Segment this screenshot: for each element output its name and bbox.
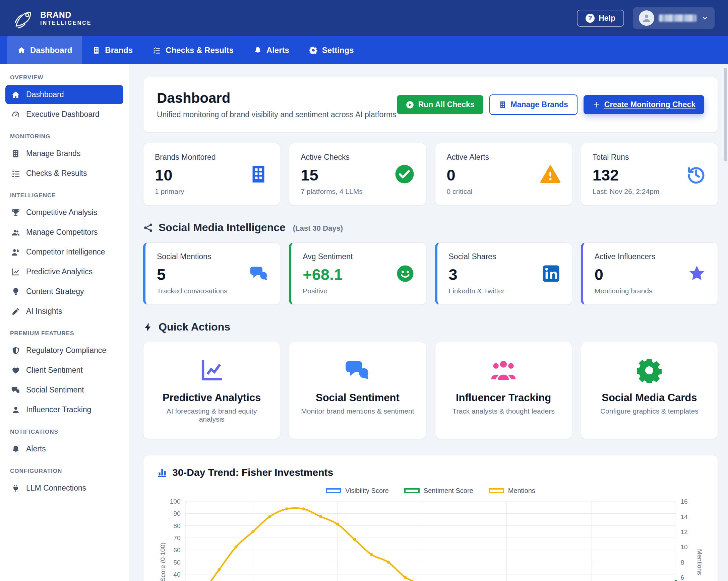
user-menu[interactable] — [633, 7, 714, 29]
sidebar-item-label: Competitive Analysis — [26, 208, 97, 217]
nav-item-settings[interactable]: Settings — [299, 36, 364, 64]
legend-swatch — [489, 488, 504, 493]
stat-label: Total Runs — [593, 153, 660, 162]
sidebar-item-competitor-intelligence[interactable]: Competitor Intelligence — [5, 243, 123, 261]
quick-action-influencer-tracking[interactable]: Influencer Tracking Track analysts & tho… — [435, 342, 572, 439]
sidebar-item-checks-results[interactable]: Checks & Results — [5, 164, 123, 183]
nav-item-alerts[interactable]: Alerts — [244, 36, 299, 64]
sidebar-item-social-sentiment[interactable]: Social Sentiment — [5, 380, 123, 399]
checklist-icon — [11, 169, 20, 178]
sidebar-section-intelligence: INTELLIGENCE Competitive Analysis Manage… — [5, 192, 123, 321]
svg-text:6: 6 — [680, 574, 684, 581]
quick-action-social-sentiment[interactable]: Social Sentiment Monitor brand mentions … — [289, 342, 426, 439]
run-all-checks-button[interactable]: Run All Checks — [397, 95, 483, 114]
building-icon — [249, 164, 268, 184]
quick-actions-title: Quick Actions — [159, 321, 230, 333]
check-circle-icon — [394, 164, 415, 184]
sidebar-item-predictive-analytics[interactable]: Predictive Analytics — [5, 262, 123, 281]
stat-label: Brands Monitored — [155, 153, 216, 162]
social-card-sub: Tracked conversations — [157, 287, 227, 295]
person-icon — [11, 406, 20, 414]
sidebar-item-label: Manage Brands — [26, 149, 80, 158]
social-card-text: Active Influencers 0 Mentioning brands — [595, 252, 656, 295]
quick-action-title: Predictive Analytics — [162, 392, 261, 404]
nav-item-dashboard[interactable]: Dashboard — [7, 36, 82, 64]
brand-name-line1: BRAND — [40, 11, 92, 19]
sidebar-item-executive-dashboard[interactable]: Executive Dashboard — [5, 105, 123, 124]
gauge-icon — [11, 110, 20, 119]
legend-label: Mentions — [508, 487, 535, 495]
create-monitoring-check-button[interactable]: Create Monitoring Check — [583, 95, 704, 114]
sidebar-item-competitive-analysis[interactable]: Competitive Analysis — [5, 203, 123, 222]
brand-logo[interactable]: BRAND INTELLIGENCE — [14, 7, 92, 29]
social-card-value: 5 — [157, 265, 227, 284]
legend-item-visibility-score[interactable]: Visibility Score — [326, 487, 389, 495]
sidebar-item-client-sentiment[interactable]: Client Sentiment — [5, 361, 123, 380]
social-card-label: Active Influencers — [595, 252, 656, 261]
scrollbar-thumb[interactable] — [724, 67, 727, 161]
social-card-active-influencers: Active Influencers 0 Mentioning brands — [581, 243, 718, 305]
sidebar-item-llm-connections[interactable]: LLM Connections — [5, 478, 123, 498]
bar-chart-icon — [157, 467, 167, 478]
quick-action-desc: Monitor brand mentions & sentiment — [301, 407, 414, 415]
sidebar-section-premium-features: PREMIUM FEATURES Regulatory Compliance C… — [5, 330, 123, 419]
svg-text:10: 10 — [680, 544, 687, 551]
bolt-icon — [143, 322, 153, 332]
sidebar-item-manage-competitors[interactable]: Manage Competitors — [5, 223, 123, 242]
manage-brands-button[interactable]: Manage Brands — [489, 94, 577, 115]
main-nav: Dashboard Brands Checks & Results Alerts… — [0, 36, 728, 64]
pen-icon — [11, 307, 20, 316]
chat-icon — [250, 264, 268, 283]
quick-action-predictive-analytics[interactable]: Predictive Analytics AI forecasting & br… — [143, 342, 280, 439]
quick-action-desc: AI forecasting & brand equity analysis — [153, 407, 270, 423]
help-label: Help — [599, 14, 615, 23]
quick-action-social-media-cards[interactable]: Social Media Cards Configure graphics & … — [581, 342, 718, 439]
quick-action-title: Influencer Tracking — [456, 392, 551, 404]
sidebar-item-alerts[interactable]: Alerts — [5, 439, 123, 459]
sidebar-section-title: INTELLIGENCE — [10, 192, 119, 199]
star-icon — [687, 264, 706, 283]
social-card-label: Avg Sentiment — [303, 252, 353, 261]
create-monitoring-check-label: Create Monitoring Check — [604, 100, 696, 109]
lightbulb-icon — [11, 287, 20, 296]
svg-text:90: 90 — [173, 510, 180, 517]
sidebar-item-ai-insights[interactable]: AI Insights — [5, 302, 123, 321]
sidebar-item-regulatory-compliance[interactable]: Regulatory Compliance — [5, 341, 123, 360]
sidebar: OVERVIEW Dashboard Executive Dashboard M… — [0, 64, 129, 581]
legend-item-sentiment-score[interactable]: Sentiment Score — [404, 487, 473, 495]
warning-triangle-icon — [540, 164, 561, 184]
quick-action-title: Social Media Cards — [602, 392, 697, 404]
quick-action-desc: Configure graphics & templates — [600, 407, 699, 415]
nav-item-checks-results[interactable]: Checks & Results — [143, 36, 244, 64]
avatar — [639, 10, 654, 26]
sidebar-item-label: Social Sentiment — [26, 385, 84, 394]
social-card-text: Social Shares 3 LinkedIn & Twitter — [449, 252, 505, 295]
scrollbar-track[interactable] — [723, 66, 727, 580]
sidebar-item-label: LLM Connections — [26, 483, 86, 493]
quick-action-title: Social Sentiment — [316, 392, 399, 404]
sidebar-item-label: Alerts — [26, 444, 46, 453]
stat-sub: 0 critical — [447, 188, 489, 196]
legend-swatch — [326, 488, 341, 493]
legend-label: Sentiment Score — [424, 487, 473, 495]
sidebar-section-monitoring: MONITORING Manage Brands Checks & Result… — [5, 133, 123, 183]
stat-value: 0 — [447, 166, 489, 184]
run-all-checks-label: Run All Checks — [418, 100, 475, 109]
legend-item-mentions[interactable]: Mentions — [489, 487, 535, 495]
social-card-sub: LinkedIn & Twitter — [449, 287, 505, 295]
sidebar-item-dashboard[interactable]: Dashboard — [5, 85, 123, 104]
stats-row: Brands Monitored 10 1 primary Active Che… — [143, 143, 718, 205]
quick-action-desc: Track analysts & thought leaders — [452, 407, 555, 415]
social-card-value: +68.1 — [303, 265, 353, 284]
topbar: BRAND INTELLIGENCE ? Help — [0, 0, 728, 36]
help-button[interactable]: ? Help — [577, 10, 624, 27]
svg-text:80: 80 — [173, 522, 180, 529]
sidebar-item-influencer-tracking[interactable]: Influencer Tracking — [5, 400, 123, 419]
social-card-value: 3 — [449, 265, 505, 284]
rocket-logo-icon — [14, 7, 35, 29]
sidebar-item-manage-brands[interactable]: Manage Brands — [5, 144, 123, 163]
nav-item-brands[interactable]: Brands — [82, 36, 143, 64]
people-icon — [491, 358, 516, 383]
sidebar-item-content-strategy[interactable]: Content Strategy — [5, 282, 123, 301]
linkedin-icon — [542, 264, 561, 283]
